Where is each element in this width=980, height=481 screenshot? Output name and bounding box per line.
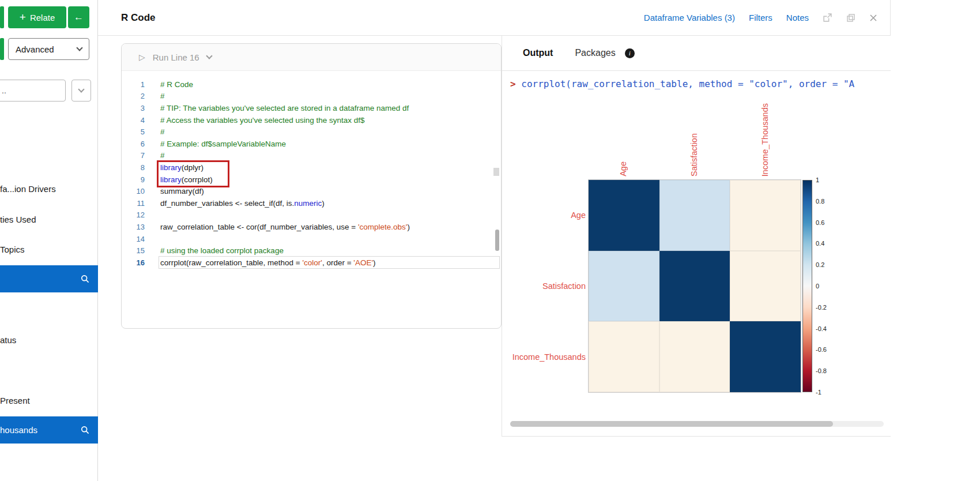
vertical-scrollbar-thumb[interactable]	[495, 230, 499, 251]
code-token: #	[160, 127, 165, 136]
play-icon[interactable]: ▷	[139, 52, 145, 62]
sidebar-item[interactable]: housands	[0, 416, 98, 444]
line-number: 8	[122, 163, 145, 172]
code-line[interactable]: 4# Access the variables you've selected …	[122, 114, 501, 126]
sidebar-item-label: Present	[0, 396, 30, 405]
code-text: # Access the variables you've selected u…	[160, 116, 365, 125]
code-line[interactable]: 10summary(df)	[122, 185, 501, 197]
duplicate-icon[interactable]	[846, 13, 855, 22]
code-line[interactable]: 16corrplot(raw_correlation_table, method…	[122, 257, 501, 269]
header-link-notes[interactable]: Notes	[786, 13, 809, 22]
output-tabs: OutputPackagesi	[502, 36, 891, 71]
code-text: # TIP: The variables you've selected are…	[160, 104, 409, 112]
line-number: 15	[122, 246, 145, 255]
code-line[interactable]: 13raw_correlation_table <- cor(df_number…	[122, 221, 501, 233]
code-line[interactable]: 9library(corrplot)	[122, 174, 501, 186]
run-bar: ▷ Run Line 16	[122, 44, 501, 71]
line-number: 14	[122, 235, 145, 243]
sidebar-item[interactable]: atus	[0, 334, 98, 345]
chevron-down-icon	[78, 86, 84, 92]
corr-cell-Satisfaction-Satisfaction	[659, 251, 730, 322]
corr-cell-Age-Income_Thousands	[730, 180, 801, 251]
header-actions: Dataframe Variables (3)FiltersNotes	[644, 13, 877, 22]
code-text: # using the loaded corrplot package	[160, 246, 284, 255]
sidebar-item[interactable]: Topics	[0, 243, 98, 255]
panel-title: R Code	[121, 12, 156, 24]
code-text: #	[160, 92, 165, 100]
code-text: df_number_variables <- select_if(df, is.…	[160, 199, 325, 208]
chevron-down-icon	[76, 44, 82, 51]
sidebar-item-label: housands	[0, 425, 37, 435]
code-token: numeric	[294, 199, 322, 208]
colorbar-tick-label: -0.8	[816, 367, 827, 374]
relate-button-label: Relate	[30, 13, 55, 22]
tab-output[interactable]: Output	[523, 48, 553, 58]
close-icon[interactable]	[869, 14, 877, 22]
search-icon	[81, 426, 89, 434]
line-number: 11	[122, 199, 145, 208]
horizontal-scrollbar-thumb[interactable]	[510, 421, 833, 427]
code-line[interactable]: 1# R Code	[122, 78, 501, 91]
colorbar-tick-label: 0.6	[816, 219, 824, 226]
code-line[interactable]: 7#	[122, 150, 501, 162]
code-token: , order =	[322, 258, 353, 267]
sidebar-item[interactable]: fa...ion Drivers	[0, 183, 98, 194]
code-token: summary(df)	[160, 187, 204, 196]
line-number: 4	[122, 116, 145, 125]
line-number: 2	[122, 92, 145, 100]
colorbar	[802, 180, 812, 392]
corrplot-col-label: Satisfaction	[689, 133, 699, 176]
code-line[interactable]: 5#	[122, 126, 501, 138]
advanced-dropdown[interactable]: Advanced	[8, 38, 89, 60]
code-line[interactable]: 15# using the loaded corrplot package	[122, 245, 501, 257]
sidebar-item[interactable]: Present	[0, 394, 98, 406]
sidebar-item-label: ties Used	[0, 215, 36, 224]
code-token: library	[160, 175, 182, 184]
sidebar: + Relate ← Advanced fa...ion Driversties…	[0, 0, 98, 481]
line-number: 6	[122, 140, 145, 148]
code-line[interactable]: 11df_number_variables <- select_if(df, i…	[122, 197, 501, 209]
advanced-dropdown-label: Advanced	[16, 44, 54, 54]
corrplot-row-label: Age	[571, 211, 586, 220]
popout-icon[interactable]	[823, 13, 832, 22]
code-line[interactable]: 14	[122, 233, 501, 245]
sidebar-item[interactable]: ties Used	[0, 213, 98, 225]
corr-cell-Age-Satisfaction	[659, 180, 730, 251]
code-token: # TIP: The variables you've selected are…	[160, 104, 409, 112]
header-link-filters[interactable]: Filters	[749, 13, 772, 22]
variable-search-dropdown-button[interactable]	[71, 80, 91, 102]
output-panel: OutputPackagesi > corrplot(raw_correlati…	[502, 36, 891, 437]
chevron-down-icon[interactable]	[206, 52, 212, 59]
variable-search-input[interactable]	[0, 80, 66, 102]
relate-button[interactable]: + Relate	[8, 6, 66, 28]
sidebar-item-label: fa...ion Drivers	[0, 184, 56, 194]
colorbar-ticks: 10.80.60.40.20-0.2-0.4-0.6-0.8-1	[816, 180, 841, 392]
colorbar-tick-label: 0	[816, 283, 819, 290]
sidebar-item[interactable]	[0, 265, 98, 292]
code-line[interactable]: 12	[122, 209, 501, 221]
code-token: 'color'	[303, 258, 322, 267]
code-line[interactable]: 3# TIP: The variables you've selected ar…	[122, 102, 501, 114]
line-number: 9	[122, 175, 145, 184]
tab-packages[interactable]: Packages	[575, 48, 615, 58]
scrollbar-marker[interactable]	[493, 168, 499, 176]
collapse-panel-button[interactable]: ←	[68, 6, 89, 28]
code-line[interactable]: 6# Example: df$sampleVariableName	[122, 138, 501, 150]
corr-cell-Satisfaction-Income_Thousands	[730, 251, 801, 322]
line-number: 3	[122, 104, 145, 112]
colorbar-tick-label: -0.6	[816, 346, 827, 353]
code-editor-card: ▷ Run Line 16 1# R Code2#3# TIP: The var…	[121, 43, 502, 329]
code-token: df_number_variables <- select_if(df, is.	[160, 199, 294, 208]
code-line[interactable]: 8library(dplyr)	[122, 161, 501, 174]
code-line[interactable]: 2#	[122, 91, 501, 103]
edge-button-sliver[interactable]	[0, 6, 4, 28]
run-line-button[interactable]: Run Line 16	[153, 52, 199, 62]
colorbar-tick-label: -1	[816, 389, 821, 396]
search-icon	[81, 275, 89, 283]
corrplot-col-label: Income_Thousands	[760, 103, 770, 176]
code-token: # using the loaded corrplot package	[160, 246, 284, 255]
header-link-dataframe-variables-3-[interactable]: Dataframe Variables (3)	[644, 13, 735, 22]
edge-button-sliver[interactable]	[0, 38, 4, 60]
info-icon[interactable]: i	[625, 48, 635, 58]
code-text: # Example: df$sampleVariableName	[160, 140, 286, 148]
